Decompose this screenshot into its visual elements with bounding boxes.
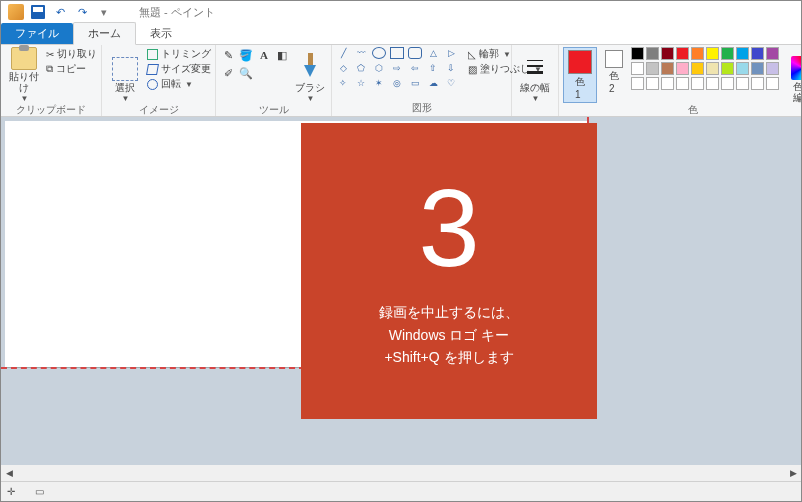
palette-swatch[interactable] bbox=[676, 77, 689, 90]
undo-button[interactable]: ↶ bbox=[49, 2, 71, 22]
palette-swatch[interactable] bbox=[631, 77, 644, 90]
eraser-tool[interactable]: ◧ bbox=[274, 47, 290, 63]
chevron-down-icon: ▼ bbox=[21, 94, 29, 103]
shape-diamond[interactable]: ◇ bbox=[336, 62, 350, 74]
shape-6star[interactable]: ✶ bbox=[372, 77, 386, 89]
tab-view[interactable]: 表示 bbox=[136, 23, 186, 44]
shape-hexagon[interactable]: ⬡ bbox=[372, 62, 386, 74]
copy-icon: ⧉ bbox=[46, 63, 53, 75]
color1-button[interactable]: 色 1 bbox=[563, 47, 597, 103]
shapes-gallery[interactable]: ╱ 〰 △ ▷ ◇ ⬠ ⬡ ⇨ ⇦ ⇧ ⇩ ✧ ☆ ✶ ◎ ▭ ☁ ♡ bbox=[336, 47, 459, 90]
color-picker-tool[interactable]: ✐ bbox=[220, 65, 236, 81]
countdown-number: 3 bbox=[418, 173, 479, 283]
rotate-button[interactable]: 回転▼ bbox=[147, 77, 211, 91]
cut-button[interactable]: ✂切り取り bbox=[46, 47, 97, 61]
stroke-width-button[interactable]: 線の幅 ▼ bbox=[516, 47, 554, 103]
palette-swatch[interactable] bbox=[766, 77, 779, 90]
palette-swatch[interactable] bbox=[751, 47, 764, 60]
countdown-message: 録画を中止するには、 Windows ロゴ キー +Shift+Q を押します bbox=[379, 301, 519, 368]
shape-darrow[interactable]: ⇩ bbox=[444, 62, 458, 74]
resize-icon bbox=[146, 64, 159, 75]
shape-line[interactable]: ╱ bbox=[336, 47, 350, 59]
shape-curve[interactable]: 〰 bbox=[354, 47, 368, 59]
magnifier-tool[interactable]: 🔍 bbox=[238, 65, 254, 81]
tab-home[interactable]: ホーム bbox=[73, 22, 136, 45]
palette-swatch[interactable] bbox=[661, 77, 674, 90]
selection-size: ▭ bbox=[35, 486, 44, 497]
title-bar: ↶ ↷ ▾ 無題 - ペイント bbox=[1, 1, 801, 23]
scroll-right-arrow[interactable]: ▶ bbox=[785, 465, 801, 481]
shape-roundrect[interactable] bbox=[408, 47, 422, 59]
save-button[interactable] bbox=[27, 2, 49, 22]
paste-button[interactable]: 貼り付け ▼ bbox=[5, 47, 43, 103]
edit-colors-icon bbox=[791, 56, 802, 80]
color1-swatch bbox=[568, 50, 592, 74]
palette-swatch[interactable] bbox=[691, 62, 704, 75]
palette-swatch[interactable] bbox=[691, 77, 704, 90]
brushes-button[interactable]: ブラシ ▼ bbox=[293, 47, 327, 103]
horizontal-scrollbar[interactable]: ◀ ▶ bbox=[1, 465, 801, 481]
qat-customize[interactable]: ▾ bbox=[93, 2, 115, 22]
palette-swatch[interactable] bbox=[706, 47, 719, 60]
palette-swatch[interactable] bbox=[676, 62, 689, 75]
palette-swatch[interactable] bbox=[646, 47, 659, 60]
palette-swatch[interactable] bbox=[721, 77, 734, 90]
shape-oval[interactable] bbox=[372, 47, 386, 59]
shape-rect[interactable] bbox=[390, 47, 404, 59]
shape-callout-cloud[interactable]: ☁ bbox=[426, 77, 440, 89]
palette-swatch[interactable] bbox=[721, 47, 734, 60]
cursor-position: ✛ bbox=[7, 486, 15, 497]
palette-swatch[interactable] bbox=[661, 62, 674, 75]
palette-swatch[interactable] bbox=[661, 47, 674, 60]
palette-swatch[interactable] bbox=[751, 77, 764, 90]
status-bar: ✛ ▭ bbox=[1, 481, 801, 501]
shape-polygon[interactable]: △ bbox=[426, 47, 440, 59]
group-shapes: ╱ 〰 △ ▷ ◇ ⬠ ⬡ ⇨ ⇦ ⇧ ⇩ ✧ ☆ ✶ ◎ ▭ ☁ ♡ bbox=[332, 45, 512, 116]
outline-icon: ◺ bbox=[468, 49, 476, 60]
canvas-area[interactable]: 3 録画を中止するには、 Windows ロゴ キー +Shift+Q を押しま… bbox=[1, 117, 801, 481]
text-tool[interactable]: A bbox=[256, 47, 272, 63]
shape-uarrow[interactable]: ⇧ bbox=[426, 62, 440, 74]
copy-button[interactable]: ⧉コピー bbox=[46, 62, 97, 76]
tab-file[interactable]: ファイル bbox=[1, 23, 73, 44]
palette-swatch[interactable] bbox=[736, 62, 749, 75]
rotate-icon bbox=[147, 79, 158, 90]
resize-button[interactable]: サイズ変更 bbox=[147, 62, 211, 76]
palette-swatch[interactable] bbox=[646, 77, 659, 90]
edit-colors-button[interactable]: 色の 編集 bbox=[783, 47, 802, 103]
palette-swatch[interactable] bbox=[706, 77, 719, 90]
redo-button[interactable]: ↷ bbox=[71, 2, 93, 22]
palette-swatch[interactable] bbox=[766, 62, 779, 75]
palette-swatch[interactable] bbox=[736, 47, 749, 60]
shape-4star[interactable]: ✧ bbox=[336, 77, 350, 89]
scroll-left-arrow[interactable]: ◀ bbox=[1, 465, 17, 481]
palette-swatch[interactable] bbox=[676, 47, 689, 60]
group-label: 図形 bbox=[336, 101, 507, 116]
select-button[interactable]: 選択 ▼ bbox=[106, 47, 144, 103]
palette-swatch[interactable] bbox=[646, 62, 659, 75]
palette-swatch[interactable] bbox=[691, 47, 704, 60]
shape-rarrow[interactable]: ⇨ bbox=[390, 62, 404, 74]
select-icon bbox=[112, 57, 138, 81]
group-tools: ✎ 🪣 A ◧ ✐ 🔍 ブラシ ▼ ツール bbox=[216, 45, 332, 116]
shape-callout-rect[interactable]: ▭ bbox=[408, 77, 422, 89]
palette-swatch[interactable] bbox=[751, 62, 764, 75]
fill-tool[interactable]: 🪣 bbox=[238, 47, 254, 63]
shape-triangle[interactable]: ▷ bbox=[444, 47, 458, 59]
scissors-icon: ✂ bbox=[46, 49, 54, 60]
palette-swatch[interactable] bbox=[721, 62, 734, 75]
palette-swatch[interactable] bbox=[631, 47, 644, 60]
color2-button[interactable]: 色 2 bbox=[600, 47, 628, 97]
pencil-tool[interactable]: ✎ bbox=[220, 47, 236, 63]
crop-button[interactable]: トリミング bbox=[147, 47, 211, 61]
shape-5star[interactable]: ☆ bbox=[354, 77, 368, 89]
shape-callout-round[interactable]: ◎ bbox=[390, 77, 404, 89]
palette-swatch[interactable] bbox=[736, 77, 749, 90]
shape-pentagon[interactable]: ⬠ bbox=[354, 62, 368, 74]
shape-heart[interactable]: ♡ bbox=[444, 77, 458, 89]
palette-swatch[interactable] bbox=[706, 62, 719, 75]
palette-swatch[interactable] bbox=[766, 47, 779, 60]
palette-swatch[interactable] bbox=[631, 62, 644, 75]
shape-larrow[interactable]: ⇦ bbox=[408, 62, 422, 74]
color-palette[interactable] bbox=[631, 47, 780, 91]
